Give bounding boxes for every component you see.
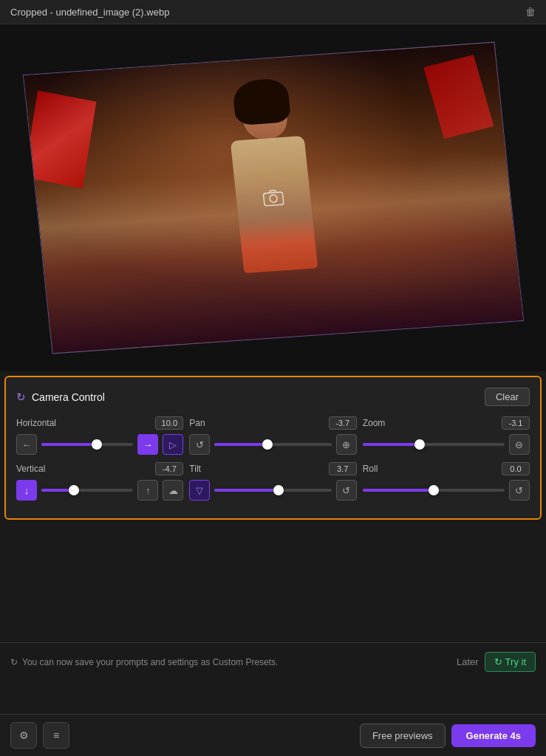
panel-title-group: ↻ Camera Control: [16, 391, 105, 404]
tilt-down-btn[interactable]: ▽: [189, 480, 210, 501]
panel-header: ↻ Camera Control Clear: [16, 388, 530, 406]
roll-value: 0.0: [502, 462, 530, 475]
title-bar: Cropped - undefined_image (2).webp 🗑: [0, 0, 546, 24]
person-silhouette: [195, 82, 354, 341]
roll-slider[interactable]: [363, 489, 505, 492]
horizontal-label: Horizontal: [16, 418, 56, 428]
vertical-label: Vertical: [16, 464, 45, 474]
horizontal-value: 10.0: [155, 416, 183, 430]
vertical-down-btn[interactable]: ↓: [16, 480, 37, 501]
pan-slider[interactable]: [214, 443, 331, 446]
toolbar-left: ⚙ ≡: [10, 722, 69, 749]
horizontal-control: Horizontal 10.0 ← → ▷: [16, 416, 183, 455]
try-it-button[interactable]: ↻ Try it: [485, 652, 536, 672]
settings-btn[interactable]: ⚙: [10, 722, 37, 749]
vertical-up-btn[interactable]: ↑: [137, 480, 158, 501]
pan-value: -3.7: [329, 416, 357, 430]
roll-control: Roll 0.0 ↺: [363, 462, 530, 501]
vertical-slider[interactable]: [41, 489, 133, 492]
camera-control-panel: ↻ Camera Control Clear Horizontal 10.0 ←…: [4, 376, 542, 520]
roll-label: Roll: [363, 464, 378, 474]
vertical-control: Vertical -4.7 ↓ ↑ ☁: [16, 462, 183, 501]
delete-icon[interactable]: 🗑: [525, 6, 536, 18]
zoom-out-btn[interactable]: ⊖: [509, 434, 530, 455]
layers-icon: ≡: [53, 729, 59, 741]
toolbar-right: Free previews Generate 4s: [360, 724, 536, 748]
zoom-slider[interactable]: [363, 443, 505, 446]
image-preview-area: [0, 24, 546, 371]
try-it-label: Try it: [505, 656, 526, 667]
roll-reset-btn[interactable]: ↺: [509, 480, 530, 501]
panel-title: Camera Control: [32, 391, 105, 403]
pan-zoom-btn[interactable]: ⊕: [336, 434, 357, 455]
pan-control: Pan -3.7 ↺ ⊕: [189, 416, 356, 455]
vertical-value: -4.7: [155, 462, 183, 475]
save-prompt-bar: ↻ You can now save your prompts and sett…: [0, 642, 546, 681]
window-title: Cropped - undefined_image (2).webp: [10, 7, 169, 18]
zoom-value: -3.1: [502, 416, 530, 430]
generate-button[interactable]: Generate 4s: [451, 724, 536, 747]
control-row-1: Horizontal 10.0 ← → ▷ Pan -3.7 ↺: [16, 416, 530, 455]
tilt-label: Tilt: [189, 464, 201, 474]
try-it-icon: ↻: [494, 656, 502, 667]
free-previews-button[interactable]: Free previews: [360, 724, 446, 748]
tilt-value: 3.7: [329, 462, 357, 475]
save-actions: Later ↻ Try it: [457, 652, 536, 672]
bottom-banner: [0, 524, 546, 642]
pan-undo-btn[interactable]: ↺: [189, 434, 210, 455]
tilt-reset-btn[interactable]: ↺: [336, 480, 357, 501]
save-prompt-message: You can now save your prompts and settin…: [22, 657, 278, 667]
person-head: [239, 85, 289, 140]
camera-center-icon: [262, 189, 284, 207]
tilt-control: Tilt 3.7 ▽ ↺: [189, 462, 356, 501]
zoom-label: Zoom: [363, 418, 386, 428]
layers-btn[interactable]: ≡: [43, 722, 69, 749]
svg-point-1: [269, 195, 277, 203]
control-row-2: Vertical -4.7 ↓ ↑ ☁ Tilt 3.7 ▽: [16, 462, 530, 501]
clear-button[interactable]: Clear: [485, 388, 530, 406]
horizontal-left-btn[interactable]: ←: [16, 434, 37, 455]
horizontal-slider[interactable]: [41, 443, 133, 446]
save-prompt-icon: ↻: [10, 657, 18, 667]
save-prompt-text: ↻ You can now save your prompts and sett…: [10, 657, 278, 667]
settings-icon: ⚙: [19, 729, 29, 741]
bottom-toolbar: ⚙ ≡ Free previews Generate 4s: [0, 714, 546, 756]
camera-control-icon: ↻: [16, 391, 26, 404]
horizontal-right-btn[interactable]: →: [137, 434, 158, 455]
zoom-control: Zoom -3.1 ⊖: [363, 416, 530, 455]
later-button[interactable]: Later: [457, 656, 479, 667]
tilt-slider[interactable]: [214, 489, 331, 492]
svg-rect-0: [263, 192, 284, 206]
pan-label: Pan: [189, 418, 205, 428]
image-wrapper: [22, 42, 523, 354]
horizontal-play-btn[interactable]: ▷: [163, 434, 183, 455]
image-inner: [24, 43, 523, 354]
vertical-cloud-btn[interactable]: ☁: [163, 480, 183, 501]
